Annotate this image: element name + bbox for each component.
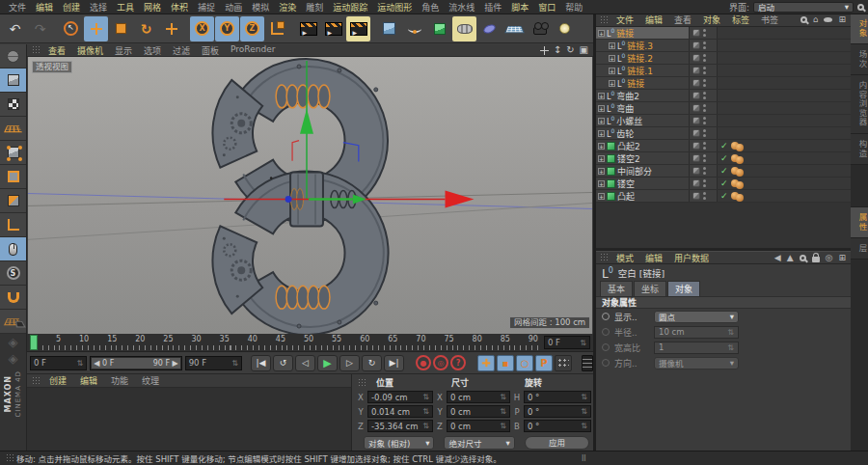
- panel-grip[interactable]: [6, 453, 14, 463]
- undo-button[interactable]: ↶: [3, 16, 27, 41]
- layer-toggle-icon[interactable]: [692, 29, 700, 37]
- rotate-tool[interactable]: ↻: [134, 16, 158, 41]
- layer-toggle-icon[interactable]: [692, 79, 700, 87]
- points-mode-button[interactable]: [0, 141, 26, 165]
- size-z-field[interactable]: 0 cm⇅: [447, 420, 510, 432]
- current-frame-field[interactable]: 0 F ⇅: [544, 336, 590, 349]
- spinner-arrows-icon[interactable]: ⇅: [231, 359, 238, 368]
- menu-item-文件[interactable]: 文件: [610, 14, 639, 26]
- enabled-check-icon[interactable]: ✓: [720, 142, 728, 150]
- visibility-dots-icon[interactable]: [703, 179, 706, 187]
- frame-range-slider[interactable]: ◀ 0 F 90 F ▶: [90, 356, 181, 370]
- enabled-check-icon[interactable]: ✓: [720, 167, 728, 176]
- add-camera-button[interactable]: [528, 16, 552, 41]
- lock-z-axis-toggle[interactable]: Z: [240, 16, 264, 41]
- add-light-button[interactable]: [553, 16, 577, 41]
- perspective-viewport[interactable]: [27, 57, 593, 334]
- target-icon[interactable]: ◎: [826, 254, 833, 262]
- layer-toggle-icon[interactable]: [692, 117, 700, 124]
- coordinate-system-toggle[interactable]: [265, 16, 289, 41]
- layer-toggle-icon[interactable]: [692, 129, 700, 137]
- layer-toggle-icon[interactable]: [692, 192, 700, 200]
- phong-tag-icon[interactable]: [731, 179, 739, 187]
- next-frame-button[interactable]: ▷: [339, 355, 360, 371]
- add-spline-primitive-button[interactable]: [477, 16, 502, 41]
- magnet-tool-button[interactable]: [0, 286, 26, 310]
- timeline-ruler[interactable]: 051015202530354045505560657075808590 0 F…: [27, 334, 593, 352]
- visibility-dots-icon[interactable]: [703, 104, 706, 112]
- expand-icon[interactable]: +: [609, 42, 615, 49]
- phong-tag-icon[interactable]: [731, 142, 739, 150]
- rot-b-field[interactable]: 0 °⇅: [524, 420, 591, 432]
- visibility-dots-icon[interactable]: [703, 142, 706, 150]
- size-x-field[interactable]: 0 cm⇅: [447, 391, 510, 403]
- expand-icon[interactable]: +: [598, 118, 605, 124]
- menu-item-文件[interactable]: 文件: [4, 1, 31, 14]
- menu-item-查看[interactable]: 查看: [668, 14, 697, 26]
- rot-p-field[interactable]: 0 °⇅: [524, 405, 591, 418]
- search-icon[interactable]: [857, 4, 864, 11]
- menu-item-工具[interactable]: 工具: [112, 1, 139, 14]
- visibility-dots-icon[interactable]: [703, 192, 706, 200]
- workplane-lock-button[interactable]: [0, 310, 26, 334]
- move-tool[interactable]: [84, 16, 108, 41]
- key-parameter-toggle[interactable]: P: [535, 355, 553, 371]
- expand-icon[interactable]: +: [609, 80, 615, 87]
- snap-settings-button[interactable]: [0, 261, 26, 286]
- history-up-icon[interactable]: ▲: [787, 254, 794, 262]
- layer-toggle-icon[interactable]: [692, 92, 700, 99]
- frame-spinner[interactable]: 0 F⇅: [30, 356, 87, 370]
- visibility-dots-icon[interactable]: [703, 54, 706, 62]
- expand-icon[interactable]: +: [598, 130, 605, 137]
- object-row[interactable]: +L0链接: [596, 27, 851, 40]
- menu-item-渲染[interactable]: 渲染: [274, 1, 301, 14]
- display-dropdown[interactable]: 圆点▾: [654, 311, 739, 323]
- add-floor-button[interactable]: [502, 16, 527, 41]
- visibility-dots-icon[interactable]: [703, 117, 706, 124]
- menu-item-模式[interactable]: 模式: [610, 252, 639, 264]
- panel-grip[interactable]: [32, 376, 41, 386]
- play-forward-button[interactable]: ▶: [317, 355, 338, 371]
- layer-toggle-icon[interactable]: [692, 104, 700, 112]
- panel-tab-内容浏览器[interactable]: 内容浏览器: [851, 75, 868, 134]
- menu-item-帮助[interactable]: 帮助: [560, 1, 587, 14]
- material-slot-icon[interactable]: ◈: [9, 336, 18, 348]
- menu-item-编辑[interactable]: 编辑: [639, 252, 668, 264]
- add-sweep-button[interactable]: [452, 16, 476, 41]
- viewport-maximize-icon[interactable]: ▣: [580, 45, 588, 55]
- param-radio[interactable]: [602, 343, 610, 351]
- tab-坐标[interactable]: 坐标: [634, 281, 666, 296]
- expand-icon[interactable]: +: [598, 143, 605, 150]
- menu-item-纹理[interactable]: 纹理: [135, 374, 166, 387]
- add-spline-button[interactable]: [402, 16, 426, 41]
- layer-toggle-icon[interactable]: [692, 41, 700, 49]
- visibility-dots-icon[interactable]: [703, 129, 706, 137]
- search-icon[interactable]: [800, 16, 807, 23]
- menu-item-插件[interactable]: 插件: [479, 1, 506, 14]
- menu-item-运动跟踪[interactable]: 运动跟踪: [328, 1, 372, 14]
- menu-item-功能[interactable]: 功能: [104, 374, 135, 387]
- menu-item-动画[interactable]: 动画: [220, 1, 247, 14]
- visibility-dots-icon[interactable]: [703, 167, 706, 175]
- home-icon[interactable]: ⌂: [813, 15, 819, 24]
- last-used-tool[interactable]: [159, 16, 183, 41]
- viewport-pan-icon[interactable]: [540, 46, 549, 55]
- panel-grip[interactable]: [358, 378, 366, 388]
- visibility-filter-icon[interactable]: [824, 17, 832, 22]
- expand-icon[interactable]: +: [609, 68, 615, 74]
- panel-tab-构造[interactable]: 构造: [851, 134, 868, 165]
- menu-item-捕捉[interactable]: 捕捉: [193, 1, 220, 14]
- object-row[interactable]: +L0小螺丝: [596, 115, 851, 127]
- key-help-button[interactable]: ?: [450, 355, 466, 370]
- menu-item-摄像机[interactable]: 摄像机: [71, 44, 109, 57]
- object-row[interactable]: +L0齿轮: [596, 127, 851, 140]
- menu-item-过滤[interactable]: 过滤: [167, 44, 196, 57]
- menu-item-体积[interactable]: 体积: [166, 1, 193, 14]
- timeline-playhead[interactable]: [30, 335, 38, 350]
- menu-item-用户数据[interactable]: 用户数据: [668, 252, 715, 264]
- key-position-toggle[interactable]: [477, 355, 495, 371]
- object-row[interactable]: +镂空2✓: [596, 152, 851, 165]
- menu-item-流水线[interactable]: 流水线: [444, 1, 479, 14]
- menu-item-ProRender[interactable]: ProRender: [225, 44, 281, 57]
- layer-toggle-icon[interactable]: [692, 67, 700, 74]
